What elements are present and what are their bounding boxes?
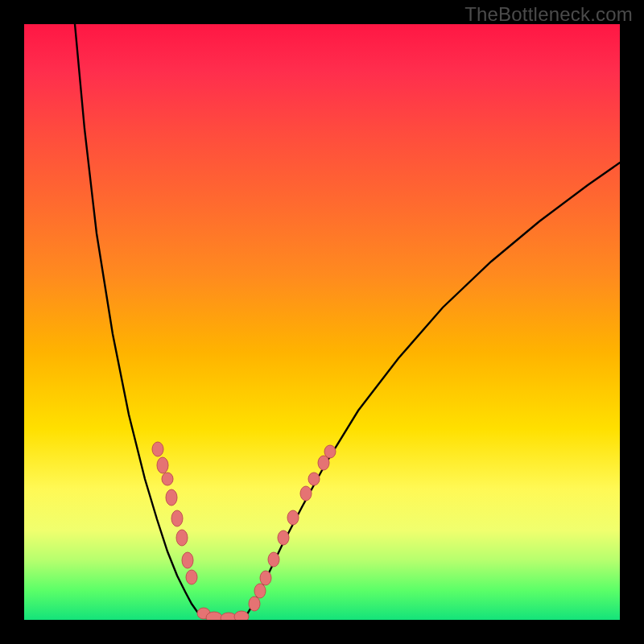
chart-frame: TheBottleneck.com (0, 0, 644, 644)
marker-dot (234, 611, 249, 620)
marker-dot (206, 612, 222, 620)
marker-dot (171, 510, 183, 526)
watermark-label: TheBottleneck.com (464, 3, 633, 26)
marker-dot (249, 597, 260, 611)
marker-dot (186, 570, 197, 584)
marker-dot (254, 584, 266, 598)
marker-dot (162, 473, 173, 485)
marker-dot (166, 489, 177, 506)
marker-dot (308, 473, 320, 485)
marker-dot (268, 552, 279, 567)
marker-dot (324, 445, 336, 458)
marker-dot (287, 510, 299, 525)
plot-area (24, 24, 620, 620)
chart-svg (24, 24, 620, 620)
marker-dot (182, 552, 193, 568)
marker-dot (152, 442, 163, 456)
marker-dot (157, 457, 168, 473)
marker-layer (152, 442, 336, 620)
marker-dot (176, 530, 188, 546)
marker-dot (260, 571, 271, 585)
marker-dot (278, 530, 289, 545)
curve-path (75, 24, 620, 619)
marker-dot (300, 486, 312, 501)
